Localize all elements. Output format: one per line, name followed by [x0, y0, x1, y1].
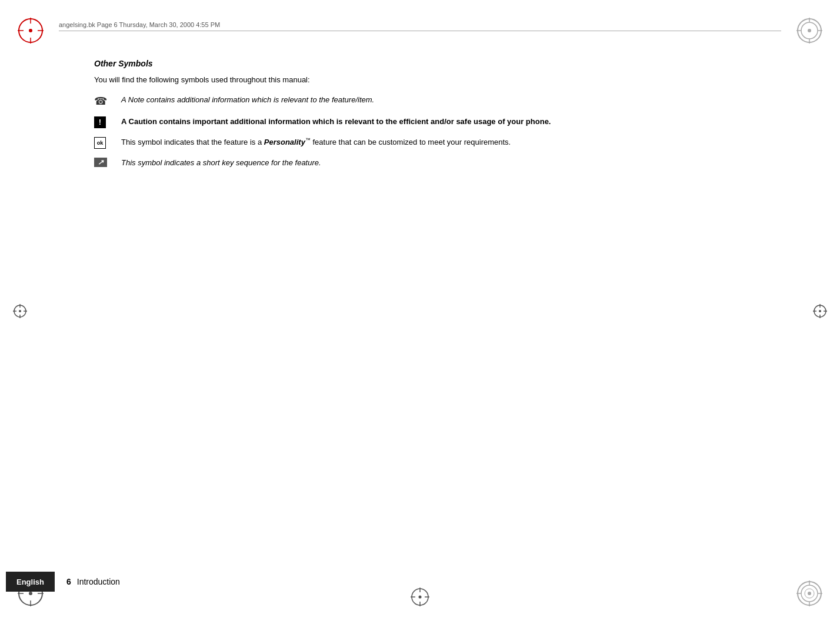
language-tab: English — [6, 572, 55, 592]
svg-point-22 — [808, 592, 811, 595]
page-number: 6 — [66, 577, 71, 586]
symbol-list: ☎ A Note contains additional information… — [94, 94, 746, 169]
personality-brand: Personality™ — [264, 138, 311, 146]
svg-point-1 — [29, 29, 32, 32]
caution-text: A Caution contains important additional … — [121, 116, 746, 128]
svg-point-14 — [29, 592, 32, 595]
caution-icon: ! — [94, 116, 115, 128]
note-text: A Note contains additional information w… — [121, 94, 746, 106]
key-sequence-icon: ↗ — [94, 158, 115, 167]
header-file-info: angelsing.bk Page 6 Thursday, March 30, … — [59, 21, 781, 31]
svg-point-32 — [19, 310, 21, 312]
key-sequence-text: This symbol indicates a short key sequen… — [121, 157, 746, 169]
symbol-item-personality: ok This symbol indicates that the featur… — [94, 136, 746, 149]
svg-point-38 — [819, 310, 821, 312]
footer-section-label: Introduction — [77, 577, 120, 586]
side-mark-left — [12, 303, 28, 322]
svg-point-44 — [419, 596, 422, 599]
symbol-item-note: ☎ A Note contains additional information… — [94, 94, 746, 108]
corner-mark-tr — [795, 16, 824, 45]
side-mark-right — [812, 303, 828, 322]
intro-paragraph: You will find the following symbols used… — [94, 74, 746, 86]
svg-point-8 — [808, 29, 811, 32]
personality-text: This symbol indicates that the feature i… — [121, 136, 746, 148]
center-bottom-mark — [409, 586, 431, 608]
symbol-item-key-sequence: ↗ This symbol indicates a short key sequ… — [94, 157, 746, 169]
ok-icon: ok — [94, 137, 115, 149]
symbol-item-caution: ! A Caution contains important additiona… — [94, 116, 746, 128]
section-heading: Other Symbols — [94, 59, 746, 68]
corner-mark-tl — [16, 16, 45, 45]
note-icon: ☎ — [94, 95, 115, 108]
main-content: Other Symbols You will find the followin… — [94, 59, 746, 565]
